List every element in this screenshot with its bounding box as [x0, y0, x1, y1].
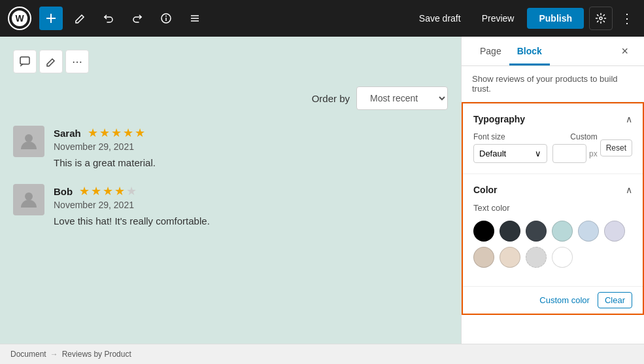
sidebar-description: Show reviews of your products to build t… [462, 66, 644, 102]
color-section: Color ∧ Text color [463, 174, 643, 287]
order-by-label: Order by [312, 93, 350, 104]
color-swatch-light-blue[interactable] [578, 221, 599, 242]
clear-button[interactable]: Clear [598, 292, 632, 308]
review-content-bob: Bob ★ ★ ★ ★ ★ November 29, 2021 Love thi… [54, 184, 448, 227]
svg-point-11 [25, 134, 33, 142]
editor-area: ⋯ Order by Most recent Sarah ★ ★ ★ [0, 37, 461, 344]
review-item-sarah: Sarah ★ ★ ★ ★ ★ November 29, 2021 This i… [13, 126, 448, 168]
typography-chevron-icon[interactable]: ∧ [626, 114, 632, 124]
review-date-sarah: November 29, 2021 [54, 141, 448, 152]
svg-point-12 [25, 192, 33, 200]
text-color-label: Text color [473, 203, 632, 213]
color-swatch-dark-gray[interactable] [500, 221, 520, 242]
preview-button[interactable]: Preview [474, 8, 522, 29]
undo-button[interactable] [97, 7, 120, 30]
publish-button[interactable]: Publish [527, 8, 584, 29]
sidebar-tab-bar: Page Block × [462, 37, 644, 66]
font-size-unit-label: px [589, 149, 598, 158]
add-block-button[interactable] [39, 7, 63, 30]
main-content: ⋯ Order by Most recent Sarah ★ ★ ★ [0, 37, 644, 344]
reviewer-name-bob: Bob [54, 186, 73, 197]
wp-logo[interactable]: W [8, 7, 31, 30]
color-actions: Custom color Clear [463, 287, 643, 314]
sidebar-body: Show reviews of your products to build t… [462, 66, 644, 344]
color-chevron-icon[interactable]: ∧ [626, 185, 632, 195]
stars-bob: ★ ★ ★ ★ ★ [79, 184, 137, 198]
svg-point-4 [165, 16, 167, 17]
font-size-select-wrap: Font size Default ∨ [473, 132, 547, 163]
custom-color-button[interactable]: Custom color [539, 295, 590, 305]
breadcrumb-root[interactable]: Document [10, 350, 46, 359]
review-text-bob: Love this hat! It's really comfortable. [54, 215, 448, 227]
list-view-button[interactable] [183, 7, 207, 30]
color-swatch-mint[interactable] [552, 221, 573, 242]
settings-button[interactable] [589, 7, 613, 30]
details-button[interactable] [154, 7, 178, 30]
color-title: Color [473, 185, 498, 195]
color-swatch-white[interactable] [552, 247, 573, 268]
typography-title: Typography [473, 114, 525, 124]
tab-block[interactable]: Block [509, 37, 550, 65]
save-draft-button[interactable]: Save draft [411, 8, 469, 29]
font-size-row: Font size Default ∨ Custom [473, 132, 632, 163]
block-toolbar: ⋯ [13, 50, 448, 73]
sidebar-close-button[interactable]: × [616, 39, 634, 64]
edit-mode-button[interactable] [68, 7, 92, 30]
typography-section: Typography ∧ Font size Default ∨ [463, 103, 643, 174]
stars-sarah: ★ ★ ★ ★ ★ [88, 126, 145, 140]
svg-rect-9 [20, 57, 29, 64]
font-size-chevron-icon: ∨ [535, 149, 541, 158]
more-menu-button[interactable]: ⋮ [618, 10, 636, 26]
order-by-select[interactable]: Most recent [356, 86, 448, 110]
main-toolbar: W Save draft Preview Publish ⋮ [0, 0, 644, 37]
svg-point-8 [600, 17, 602, 20]
breadcrumb: Document → Reviews by Product [0, 344, 644, 364]
review-content-sarah: Sarah ★ ★ ★ ★ ★ November 29, 2021 This i… [54, 126, 448, 168]
block-comment-button[interactable] [13, 50, 37, 73]
block-more-button[interactable]: ⋯ [65, 50, 89, 73]
color-swatch-black[interactable] [473, 221, 494, 242]
review-item-bob: Bob ★ ★ ★ ★ ★ November 29, 2021 Love thi… [13, 184, 448, 227]
review-date-bob: November 29, 2021 [54, 200, 448, 210]
font-size-custom-label: Custom [552, 132, 598, 141]
sidebar: Page Block × Show reviews of your produc… [461, 37, 644, 344]
font-size-select[interactable]: Default ∨ [473, 144, 547, 163]
avatar-sarah [13, 126, 44, 157]
color-swatch-light-tan[interactable] [473, 247, 494, 268]
color-swatch-light-purple[interactable] [604, 221, 625, 242]
font-size-reset-button[interactable]: Reset [600, 139, 632, 156]
breadcrumb-current: Reviews by Product [62, 350, 131, 359]
order-by-row: Order by Most recent [13, 86, 448, 110]
reviewer-name-sarah: Sarah [54, 128, 81, 139]
block-edit-button[interactable] [39, 50, 63, 73]
color-swatch-pale-rose[interactable] [500, 247, 520, 268]
font-size-custom-input[interactable] [552, 144, 586, 163]
color-swatch-light-gray[interactable] [526, 247, 547, 268]
font-size-custom-wrap: Custom px Reset [552, 132, 632, 163]
redo-button[interactable] [126, 7, 149, 30]
breadcrumb-separator: → [50, 350, 58, 359]
avatar-bob [13, 184, 44, 215]
font-size-label: Font size [473, 132, 547, 141]
sidebar-panel: Typography ∧ Font size Default ∨ [462, 102, 644, 315]
color-swatches [473, 221, 632, 268]
tab-page[interactable]: Page [472, 37, 509, 65]
review-text-sarah: This is a great material. [54, 157, 448, 168]
color-swatch-medium-gray[interactable] [526, 221, 547, 242]
